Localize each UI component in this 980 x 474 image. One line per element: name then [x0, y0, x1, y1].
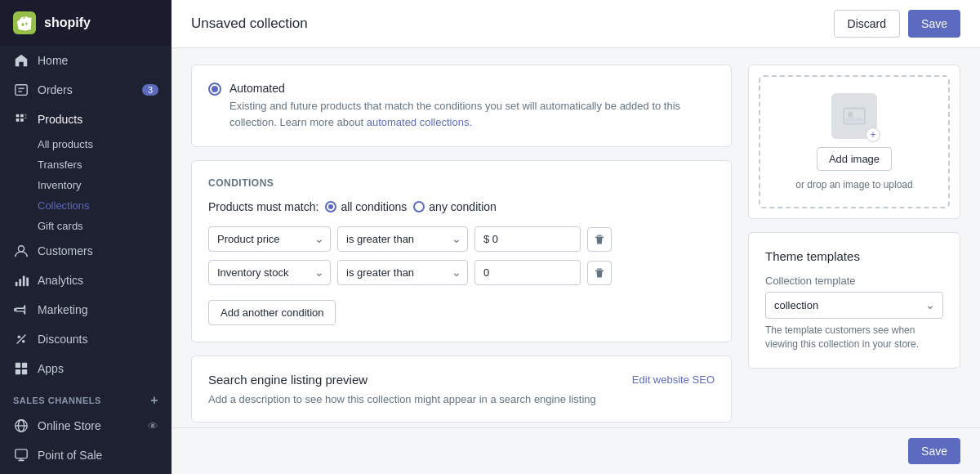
online-store-eye-icon[interactable]: 👁 — [148, 420, 158, 432]
orders-badge: 3 — [142, 84, 158, 96]
home-icon — [13, 52, 29, 69]
delete-condition-2-button[interactable] — [587, 261, 612, 285]
template-select[interactable]: collection collection-grid collection-li… — [765, 292, 943, 319]
save-button-bottom[interactable]: Save — [908, 438, 960, 464]
products-icon — [13, 111, 29, 127]
sidebar-item-customers[interactable]: Customers — [0, 236, 172, 266]
all-conditions-label: all conditions — [341, 200, 407, 213]
match-label: Products must match: — [208, 200, 318, 213]
seo-description: Add a description to see how this collec… — [208, 393, 715, 405]
seo-title: Search engine listing preview — [208, 373, 368, 387]
add-condition-button[interactable]: Add another condition — [208, 300, 336, 325]
condition-value-input-2[interactable] — [474, 260, 581, 285]
operator-select-1[interactable]: is equal to is not equal to is greater t… — [337, 226, 468, 252]
delete-condition-1-button[interactable] — [587, 227, 612, 252]
point-of-sale-label: Point of Sale — [38, 449, 102, 462]
sidebar-sub-gift-cards[interactable]: Gift cards — [0, 216, 172, 236]
content-left: Automated Existing and future products t… — [191, 65, 732, 411]
condition-value-input-1[interactable] — [474, 226, 581, 252]
svg-rect-5 — [19, 279, 21, 286]
sidebar-logo: shopify — [0, 0, 172, 46]
automated-collections-link[interactable]: automated collections. — [367, 116, 472, 128]
svg-rect-15 — [22, 369, 27, 374]
operator-select-2[interactable]: is equal to is not equal to is greater t… — [337, 260, 468, 285]
apps-label: Apps — [38, 362, 64, 375]
theme-templates-card: Theme templates Collection template coll… — [748, 232, 960, 369]
field-select-2[interactable]: Product price Product title Inventory st… — [208, 260, 331, 285]
sidebar-item-online-store[interactable]: Online Store 👁 — [0, 411, 172, 440]
online-store-label: Online Store — [38, 419, 101, 432]
automated-radio[interactable] — [208, 83, 221, 96]
all-conditions-option[interactable]: all conditions — [325, 200, 407, 213]
condition-row-2: Product price Product title Inventory st… — [208, 260, 715, 285]
automated-label: Automated — [229, 82, 715, 95]
all-conditions-radio[interactable] — [325, 201, 336, 212]
image-upload-card: + Add image or drop an image to upload — [748, 65, 960, 219]
page-title: Unsaved collection — [191, 16, 308, 32]
operator-select-wrap-2: is equal to is not equal to is greater t… — [337, 260, 468, 285]
image-upload-area[interactable]: + Add image or drop an image to upload — [759, 75, 950, 208]
conditions-header: CONDITIONS — [208, 177, 715, 189]
collection-template-label: Collection template — [765, 275, 943, 287]
apps-icon — [13, 360, 29, 377]
sidebar-item-orders[interactable]: Orders 3 — [0, 75, 172, 105]
operator-select-wrap-1: is equal to is not equal to is greater t… — [337, 226, 468, 252]
save-button-top[interactable]: Save — [908, 10, 960, 38]
svg-rect-6 — [23, 276, 25, 287]
discounts-icon — [13, 331, 29, 347]
field-select-wrap-1: Product price Product title Product type… — [208, 226, 331, 252]
sidebar-item-analytics[interactable]: Analytics — [0, 266, 172, 295]
customers-icon — [13, 243, 29, 259]
topbar: Unsaved collection Discard Save — [172, 0, 980, 48]
upload-plus-icon: + — [866, 127, 880, 142]
discard-button[interactable]: Discard — [834, 10, 900, 38]
image-placeholder: + — [831, 93, 877, 139]
sidebar-item-marketing[interactable]: Marketing — [0, 295, 172, 324]
any-condition-label: any condition — [429, 200, 497, 213]
sidebar-sub-all-products[interactable]: All products — [0, 134, 172, 154]
svg-rect-14 — [16, 369, 20, 374]
add-sales-channel-icon[interactable]: + — [150, 393, 158, 408]
field-select-1[interactable]: Product price Product title Product type… — [208, 226, 331, 252]
orders-label: Orders — [38, 83, 73, 96]
sidebar-item-apps[interactable]: Apps — [0, 354, 172, 383]
sales-channels-section: SALES CHANNELS + — [0, 383, 172, 411]
svg-rect-4 — [16, 282, 18, 286]
svg-rect-12 — [16, 363, 20, 368]
discounts-label: Discounts — [38, 333, 87, 346]
main-content: Unsaved collection Discard Save Automate… — [172, 0, 980, 474]
sidebar-sub-inventory[interactable]: Inventory — [0, 175, 172, 195]
automated-text: Automated Existing and future products t… — [229, 82, 715, 130]
svg-rect-19 — [16, 449, 27, 458]
marketing-label: Marketing — [38, 303, 87, 316]
sidebar-sub-transfers[interactable]: Transfers — [0, 154, 172, 175]
sidebar: shopify Home Orders 3 — [0, 0, 172, 474]
content-right: + Add image or drop an image to upload T… — [748, 65, 960, 411]
topbar-actions: Discard Save — [834, 10, 960, 38]
sidebar-item-discounts[interactable]: Discounts — [0, 324, 172, 354]
template-select-wrap: collection collection-grid collection-li… — [765, 292, 943, 319]
sidebar-item-point-of-sale[interactable]: Point of Sale — [0, 440, 172, 470]
svg-rect-13 — [22, 363, 27, 368]
any-condition-option[interactable]: any condition — [413, 200, 497, 213]
add-image-button[interactable]: Add image — [817, 147, 892, 171]
match-row: Products must match: all conditions any … — [208, 200, 715, 213]
sidebar-item-home[interactable]: Home — [0, 46, 172, 75]
sidebar-sub-collections[interactable]: Collections — [0, 195, 172, 216]
customers-label: Customers — [38, 244, 93, 257]
analytics-icon — [13, 272, 29, 288]
svg-rect-28 — [844, 108, 865, 123]
svg-point-10 — [22, 340, 25, 343]
automated-desc: Existing and future products that match … — [229, 98, 715, 130]
seo-card: Search engine listing preview Edit websi… — [191, 356, 732, 423]
svg-point-29 — [848, 111, 853, 116]
sidebar-item-instagram[interactable]: Instagram — [0, 470, 172, 474]
automated-option: Automated Existing and future products t… — [208, 82, 715, 130]
svg-rect-20 — [18, 459, 24, 461]
home-label: Home — [38, 54, 68, 67]
any-condition-radio[interactable] — [413, 201, 425, 212]
sidebar-item-products[interactable]: Products — [0, 105, 172, 134]
analytics-label: Analytics — [38, 274, 83, 287]
edit-seo-link[interactable]: Edit website SEO — [632, 373, 715, 386]
template-hint: The template customers see when viewing … — [765, 324, 943, 351]
